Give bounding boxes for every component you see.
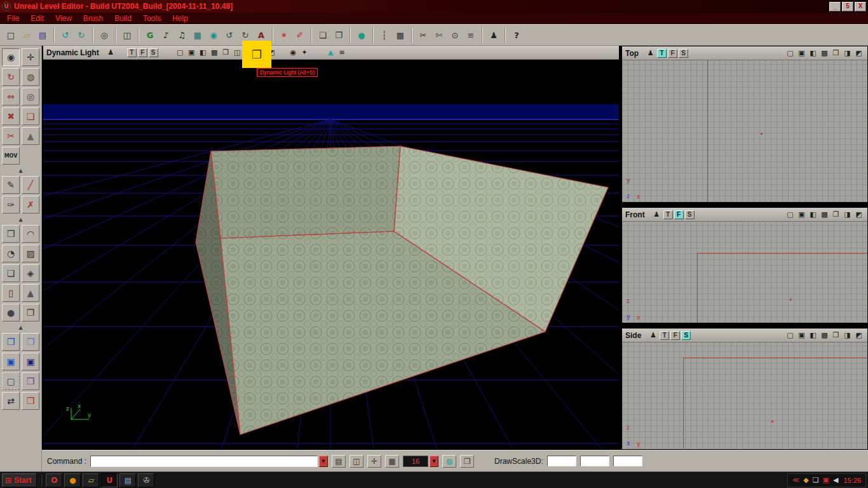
front-toggle-t[interactable]: T [663,210,673,219]
sheet-builder-button[interactable]: ❏ [2,264,20,282]
top-viewport-canvas[interactable]: y z x [622,60,867,202]
red-grid-tray-icon[interactable]: ▣ [823,476,829,484]
cut-tool-button[interactable]: ✗ [22,196,39,214]
wireframe-mode-button[interactable]: ▢ [175,48,186,58]
palette-section-arrow[interactable]: ▲ [2,166,39,174]
front-viewport-canvas[interactable]: z y x [622,222,867,323]
spiral-stairs-builder-button[interactable]: ◔ [2,245,20,262]
line-tool-button[interactable]: ╱ [22,176,39,194]
csg-add-button[interactable]: ❒ [2,333,20,351]
redo-button[interactable]: ↻ [74,27,89,43]
wireframe-mode-button[interactable]: ▢ [785,210,796,220]
lit-mode-button[interactable]: ❒ [831,48,841,58]
side-viewport-canvas[interactable]: z x y [622,342,867,449]
keys-launcher[interactable]: ✇ [138,473,154,487]
scale-mode-button[interactable]: ◍ [22,68,39,86]
vertex-edit-button[interactable]: ❑ [22,107,39,125]
terrain-mode-button[interactable]: ▲ [22,127,39,145]
lit-mode-button[interactable]: ❒ [831,210,841,220]
texture-lock-button[interactable]: ▩ [393,27,408,43]
opera-launcher[interactable]: O [46,473,62,487]
unrealed-taskbar-button[interactable]: U [101,473,118,487]
undo-button[interactable]: ↺ [58,27,73,43]
sliders-button[interactable]: ≡ [463,27,478,43]
lit-mode-button[interactable]: ❒ [831,330,841,341]
menu-edit[interactable]: Edit [25,13,50,24]
linear-stairs-builder-button[interactable]: ▨ [22,245,39,262]
persp-toggle-f[interactable]: F [138,48,147,57]
new-map-button[interactable]: □ [3,27,18,43]
csg-deintersect-button[interactable]: ▣ [22,353,39,370]
align-strip-button[interactable]: ┆ [377,27,392,43]
persp-toggle-t[interactable]: T [127,48,137,57]
bsp-cuts-mode-button[interactable]: ◧ [198,48,208,58]
terrain-icon[interactable]: ▲ [326,48,336,57]
pen-tool-button[interactable]: ✎ [2,176,20,194]
matinee-button[interactable]: MOV [2,147,20,165]
textured-mode-button[interactable]: ▩ [819,330,830,341]
wireframe-mode-button[interactable]: ▢ [785,330,796,341]
pick-tool-button[interactable]: ✑ [2,196,20,214]
cube-builder-button[interactable]: ❒ [2,225,20,243]
menu-file[interactable]: File [1,13,25,24]
hidden-icons-arrow[interactable]: ≪ [792,476,800,484]
command-dropdown-button[interactable]: ▼ [319,456,328,467]
actor-icon[interactable]: ♟ [648,331,658,339]
light-only-mode-button[interactable]: ◫ [232,48,243,58]
menu-view[interactable]: View [50,13,78,24]
ut2004-tray-icon[interactable]: ◆ [803,476,808,484]
textured-mode-button[interactable]: ▩ [819,210,830,220]
depth-complexity-mode-button[interactable]: ◩ [853,48,864,58]
top-toggle-f[interactable]: F [668,49,677,58]
overhead-mode-button[interactable]: ▣ [186,48,197,58]
cylinder-builder-button[interactable]: ▯ [2,284,20,302]
persp-toggle-s[interactable]: S [149,48,158,57]
actor-icon[interactable]: ♟ [652,210,661,219]
depth-complexity-mode-button[interactable]: ◩ [853,330,864,341]
palette-section-arrow[interactable]: ▲ [2,323,39,331]
menu-brush[interactable]: Brush [78,13,109,24]
add-antiportal-button[interactable]: ❒ [22,392,39,410]
wireframe-mode-button[interactable]: ▢ [785,48,796,58]
add-mover-button[interactable]: ❒ [22,372,39,390]
grid-toggle-icon[interactable]: ▦ [385,455,399,468]
camera-mode-button[interactable]: ◉ [2,48,20,66]
add-light-button[interactable]: ✶ [276,27,292,43]
folder-launcher[interactable]: ▱ [83,473,99,487]
rotate-mode-button[interactable]: ↻ [2,68,20,86]
perspective-scene[interactable]: z x y [43,60,619,450]
zone-portal-mode-button[interactable]: ◨ [842,48,853,58]
build-geometry-button[interactable]: ↺ [222,27,237,43]
drawscale3d-y-input[interactable] [580,456,609,466]
context-help-button[interactable]: ? [509,27,524,43]
viewport-menu-icon[interactable]: ≡ [337,48,347,57]
mesh-browser-button[interactable]: ◉ [206,27,221,43]
textured-mode-button[interactable]: ▩ [819,48,830,58]
level-properties-button[interactable]: ❐ [331,27,346,43]
swap-selection-button[interactable]: ⇄ [2,392,20,410]
search-actors-button[interactable]: ◎ [97,27,112,43]
move-mode-button[interactable]: ✛ [22,48,39,66]
overhead-mode-button[interactable]: ▣ [796,48,807,58]
menu-tools[interactable]: Tools [137,13,166,24]
side-toggle-t[interactable]: T [660,331,669,340]
volumetric-builder-button[interactable]: ❐ [22,304,39,322]
anchor-icon[interactable]: ◫ [349,455,363,468]
textured-mode-button[interactable]: ▩ [209,48,220,58]
side-toggle-s[interactable]: S [681,331,691,340]
zone-portal-mode-button[interactable]: ◨ [842,330,853,341]
depth-complexity-mode-button[interactable]: ◩ [853,210,864,220]
drawscale3d-x-input[interactable] [547,456,576,466]
lit-mode-button[interactable]: ❒ [220,48,231,58]
overhead-mode-button[interactable]: ▣ [796,210,807,220]
overhead-mode-button[interactable]: ▣ [796,330,807,341]
surface-properties-button[interactable]: ❏ [315,27,330,43]
grid-size-value[interactable]: 16 [403,456,428,467]
play-level-button[interactable]: ● [354,27,369,43]
sound-browser-button[interactable]: ♫ [174,27,189,43]
panel-icon[interactable]: ❐ [460,455,474,468]
menu-build[interactable]: Build [109,13,137,24]
bsp-cuts-mode-button[interactable]: ◧ [808,48,818,58]
top-toggle-s[interactable]: S [679,49,688,58]
palette-section-arrow[interactable]: ▲ [2,215,39,223]
